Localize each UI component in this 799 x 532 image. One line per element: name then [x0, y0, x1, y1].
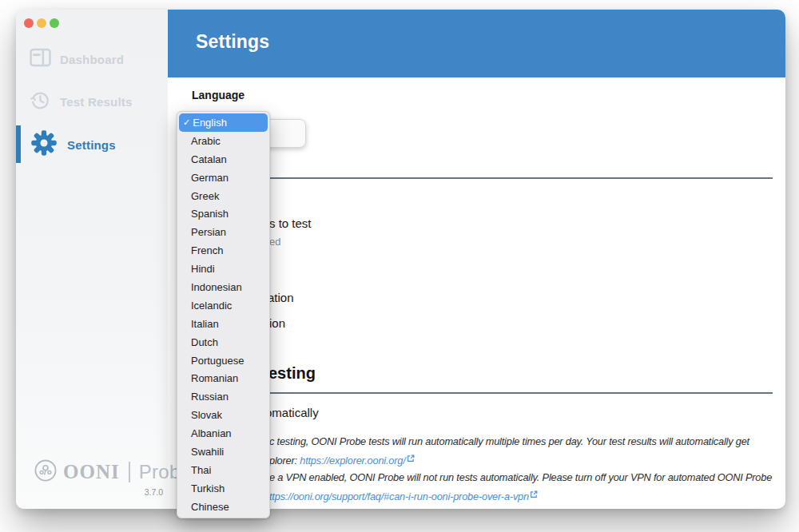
- menu-item-portuguese[interactable]: Portuguese: [177, 351, 269, 370]
- menu-item-romanian[interactable]: Romanian: [177, 369, 269, 387]
- zoom-button[interactable]: [50, 18, 59, 28]
- brand-divider: [129, 462, 130, 482]
- menu-item-thai[interactable]: Thai: [177, 461, 269, 479]
- autorun-note-line2: plorer: https://explorer.ooni.org/: [269, 453, 415, 466]
- menu-item-greek[interactable]: Greek: [177, 187, 269, 205]
- dashboard-icon: [30, 48, 51, 70]
- menu-item-persian[interactable]: Persian: [177, 223, 269, 241]
- categories-enabled-text: ed: [269, 236, 280, 248]
- categories-to-test-text: s to test: [269, 216, 312, 230]
- section-divider: [192, 177, 773, 179]
- app-version: 3.7.0: [120, 487, 163, 497]
- page-title: Settings: [196, 31, 269, 53]
- menu-item-albanian[interactable]: Albanian: [177, 424, 269, 443]
- menu-item-spanish[interactable]: Spanish: [177, 204, 269, 223]
- menu-item-turkish[interactable]: Turkish: [177, 479, 269, 498]
- language-dropdown-menu: ✓ English Arabic Catalan German Greek Sp…: [177, 111, 270, 518]
- menu-item-italian[interactable]: Italian: [177, 315, 269, 333]
- menu-item-icelandic[interactable]: Icelandic: [177, 296, 269, 315]
- app-screenshot: Dashboard Test Results: [0, 0, 799, 532]
- close-button[interactable]: [24, 18, 34, 28]
- gear-icon: [30, 129, 58, 161]
- external-link-icon: [407, 453, 415, 465]
- menu-item-arabic[interactable]: Arabic: [177, 132, 269, 150]
- sidebar-item-dashboard[interactable]: Dashboard: [16, 45, 168, 73]
- sidebar-item-settings[interactable]: Settings: [16, 130, 168, 159]
- external-link-icon: [530, 489, 538, 501]
- history-icon: [30, 89, 51, 114]
- menu-item-slovak[interactable]: Slovak: [177, 406, 269, 424]
- menu-item-indonesian[interactable]: Indonesian: [177, 278, 269, 296]
- minimize-button[interactable]: [37, 18, 46, 28]
- menu-item-english[interactable]: ✓ English: [179, 113, 268, 132]
- menu-item-russian[interactable]: Russian: [177, 387, 269, 406]
- ooni-probe-logo: OONI Probe: [34, 459, 191, 486]
- run-automatically-label: omatically: [265, 406, 319, 419]
- sidebar-item-label: Settings: [67, 138, 116, 152]
- autorun-note-line1: c testing, OONI Probe tests will run aut…: [269, 435, 749, 447]
- menu-item-german[interactable]: German: [177, 169, 269, 187]
- checkbox-label-text: ation: [268, 291, 294, 304]
- sidebar-item-test-results[interactable]: Test Results: [16, 87, 168, 116]
- checkbox-label-text: ion: [269, 316, 285, 330]
- brand-ooni-text: OONI: [63, 461, 120, 483]
- menu-item-swahili[interactable]: Swahili: [177, 443, 269, 461]
- language-label: Language: [192, 89, 244, 101]
- menu-item-catalan[interactable]: Catalan: [177, 150, 269, 169]
- app-window: Dashboard Test Results: [16, 10, 785, 509]
- section-divider: [192, 392, 773, 394]
- menu-item-french[interactable]: French: [177, 241, 269, 260]
- page-header: Settings: [168, 10, 785, 77]
- vpn-note-line2: ttps://ooni.org/support/faq/#can-i-run-o…: [269, 489, 538, 502]
- menu-item-label: English: [193, 117, 227, 129]
- vpn-note-line1: e a VPN enabled, OONI Probe will not run…: [269, 471, 772, 483]
- checkmark-icon: ✓: [183, 118, 190, 127]
- menu-item-hindi[interactable]: Hindi: [177, 260, 269, 278]
- sidebar: Dashboard Test Results: [16, 10, 168, 509]
- explorer-link[interactable]: https://explorer.ooni.org/: [300, 455, 405, 466]
- sidebar-item-label: Dashboard: [60, 53, 124, 66]
- automated-testing-heading: esting: [268, 364, 316, 383]
- menu-item-chinese[interactable]: Chinese: [177, 498, 269, 516]
- vpn-faq-link[interactable]: ttps://ooni.org/support/faq/#can-i-run-o…: [269, 490, 529, 502]
- autorun-note-line2-prefix: plorer:: [269, 455, 300, 466]
- ooni-logo-icon: [34, 459, 58, 486]
- menu-item-dutch[interactable]: Dutch: [177, 333, 269, 351]
- sidebar-item-label: Test Results: [60, 95, 132, 109]
